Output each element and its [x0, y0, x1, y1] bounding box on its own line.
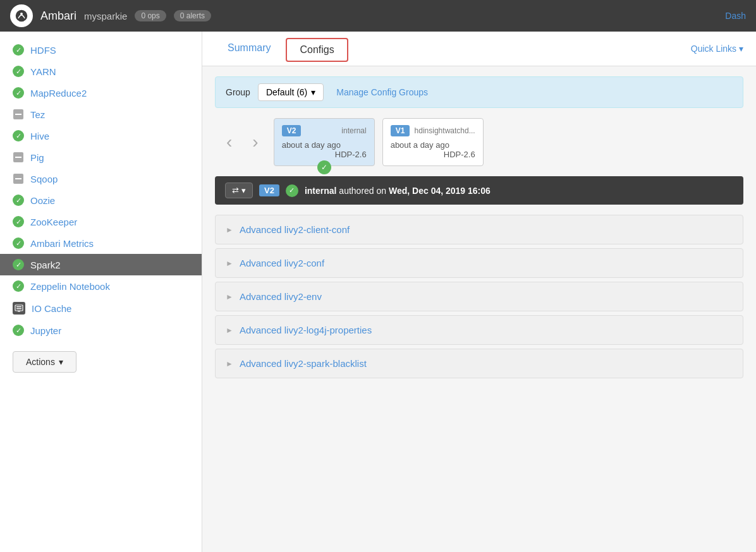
status-icon-zeppelin: ✓: [13, 280, 24, 292]
config-area: Group Default (6) ▾ Manage Config Groups…: [202, 66, 756, 392]
sidebar-label-hdfs: HDFS: [30, 45, 56, 56]
accordion-item-3: ► Advanced livy2-log4j-properties: [215, 315, 743, 345]
next-version-arrow[interactable]: ›: [247, 132, 263, 152]
current-check-icon: ✓: [286, 184, 298, 197]
current-version-date: Wed, Dec 04, 2019 16:06: [389, 186, 491, 196]
sidebar-actions: Actions ▾: [0, 341, 202, 383]
status-icon-pig: [13, 152, 24, 163]
status-icon-hive: ✓: [13, 130, 24, 141]
status-icon-oozie: ✓: [13, 195, 24, 206]
current-version-text: internal authored on Wed, Dec 04, 2019 1…: [305, 186, 491, 196]
v2-tag: internal: [341, 126, 366, 135]
sidebar-label-zookeeper: ZooKeeper: [30, 217, 77, 227]
sidebar-label-hive: Hive: [30, 131, 49, 141]
actions-button[interactable]: Actions ▾: [13, 351, 76, 373]
dashboard-link[interactable]: Dash: [725, 11, 746, 21]
sidebar-item-oozie[interactable]: ✓ Oozie: [0, 189, 202, 211]
accordion-arrow-2: ►: [226, 292, 233, 301]
group-label: Group: [226, 87, 250, 97]
prev-version-arrow[interactable]: ‹: [221, 132, 237, 152]
accordion-label-0: Advanced livy2-client-conf: [240, 224, 350, 235]
shuffle-icon: ⇄: [232, 186, 239, 195]
sidebar-item-sqoop[interactable]: Sqoop: [0, 168, 202, 189]
accordion-header-1[interactable]: ► Advanced livy2-conf: [216, 249, 743, 277]
tab-summary-label: Summary: [228, 42, 271, 54]
sidebar-label-zeppelin: Zeppelin Notebook: [30, 281, 110, 292]
group-bar: Group Default (6) ▾ Manage Config Groups: [215, 76, 743, 108]
accordion-arrow-4: ►: [226, 359, 233, 368]
accordion-item-2: ► Advanced livy2-env: [215, 282, 743, 311]
sidebar-label-pig: Pig: [30, 152, 44, 163]
accordion-header-4[interactable]: ► Advanced livy2-spark-blacklist: [216, 349, 743, 378]
sidebar-label-tez: Tez: [30, 109, 45, 120]
sidebar-item-spark2[interactable]: ✓ Spark2: [0, 254, 202, 275]
version-card-v2[interactable]: V2 internal about a day ago HDP-2.6 ✓: [274, 118, 375, 166]
sidebar-item-mapreduce2[interactable]: ✓ MapReduce2: [0, 82, 202, 104]
accordion-header-3[interactable]: ► Advanced livy2-log4j-properties: [216, 316, 743, 344]
svg-rect-11: [18, 311, 20, 312]
sidebar-label-oozie: Oozie: [30, 195, 55, 206]
v1-badge: V1: [391, 125, 410, 136]
sidebar-item-hive[interactable]: ✓ Hive: [0, 125, 202, 147]
quick-links-dropdown[interactable]: Quick Links ▾: [691, 44, 743, 54]
main-layout: ✓ HDFS ✓ YARN ✓ MapReduce2 Tez ✓ Hive: [0, 32, 756, 552]
accordion-arrow-0: ►: [226, 225, 233, 234]
alerts-badge[interactable]: 0 alerts: [174, 10, 211, 21]
version-card-v1[interactable]: V1 hdinsightwatchd... about a day ago HD…: [382, 118, 484, 166]
sidebar-item-io-cache[interactable]: IO Cache: [0, 297, 202, 320]
cluster-name: mysparkie: [84, 11, 127, 21]
status-icon-ambari-metrics: ✓: [13, 237, 24, 249]
v2-hdp: HDP-2.6: [282, 150, 367, 159]
v1-tag: hdinsightwatchd...: [415, 126, 475, 135]
accordion-header-0[interactable]: ► Advanced livy2-client-conf: [216, 215, 743, 244]
svg-rect-7: [15, 178, 21, 179]
quick-links-label: Quick Links ▾: [691, 44, 743, 54]
accordion-label-1: Advanced livy2-conf: [240, 258, 324, 268]
sidebar-item-zeppelin[interactable]: ✓ Zeppelin Notebook: [0, 275, 202, 297]
svg-rect-9: [16, 306, 21, 308]
shuffle-button[interactable]: ⇄ ▾: [225, 183, 253, 198]
svg-point-1: [20, 13, 23, 15]
manage-config-groups-link[interactable]: Manage Config Groups: [336, 87, 428, 97]
accordion-label-2: Advanced livy2-env: [240, 291, 322, 302]
shuffle-arrow: ▾: [241, 186, 246, 195]
tab-configs[interactable]: Configs: [286, 38, 348, 62]
accordion-item-1: ► Advanced livy2-conf: [215, 248, 743, 278]
tab-summary[interactable]: Summary: [215, 32, 283, 66]
sidebar-item-zookeeper[interactable]: ✓ ZooKeeper: [0, 211, 202, 232]
ops-badge[interactable]: 0 ops: [135, 10, 166, 21]
sidebar-item-yarn[interactable]: ✓ YARN: [0, 61, 202, 82]
svg-point-0: [15, 9, 28, 22]
group-select[interactable]: Default (6) ▾: [258, 83, 324, 101]
sidebar-item-hdfs[interactable]: ✓ HDFS: [0, 39, 202, 61]
accordion-arrow-1: ►: [226, 259, 233, 268]
tab-configs-label: Configs: [300, 44, 334, 56]
tabs-bar: Summary Configs Quick Links ▾: [202, 32, 756, 66]
topnav: Ambari mysparkie 0 ops 0 alerts Dash: [0, 0, 756, 32]
accordion-label-4: Advanced livy2-spark-blacklist: [240, 358, 367, 369]
sidebar-item-tez[interactable]: Tez: [0, 104, 202, 125]
sidebar-item-pig[interactable]: Pig: [0, 147, 202, 168]
version-cards: V2 internal about a day ago HDP-2.6 ✓ V1…: [274, 118, 484, 166]
sidebar-label-ambari-metrics: Ambari Metrics: [30, 238, 94, 249]
sidebar-item-ambari-metrics[interactable]: ✓ Ambari Metrics: [0, 232, 202, 254]
app-name: Ambari: [40, 9, 76, 23]
sidebar-item-jupyter[interactable]: ✓ Jupyter: [0, 320, 202, 341]
v1-time: about a day ago: [391, 140, 475, 150]
accordion-item-4: ► Advanced livy2-spark-blacklist: [215, 349, 743, 378]
v1-hdp: HDP-2.6: [391, 150, 475, 159]
accordion-arrow-3: ►: [226, 326, 233, 335]
main-content: Summary Configs Quick Links ▾ Group Defa…: [202, 32, 756, 552]
sidebar: ✓ HDFS ✓ YARN ✓ MapReduce2 Tez ✓ Hive: [0, 32, 202, 552]
current-version-desc: internal: [305, 186, 337, 196]
svg-rect-3: [15, 114, 21, 115]
status-icon-sqoop: [13, 173, 24, 184]
group-select-arrow: ▾: [311, 87, 315, 97]
actions-label: Actions: [26, 357, 55, 367]
sidebar-label-spark2: Spark2: [30, 260, 61, 270]
accordion-header-2[interactable]: ► Advanced livy2-env: [216, 282, 743, 311]
status-icon-mapreduce2: ✓: [13, 87, 24, 99]
status-icon-tez: [13, 109, 24, 120]
sidebar-label-mapreduce2: MapReduce2: [30, 88, 87, 99]
sidebar-label-io-cache: IO Cache: [32, 303, 71, 314]
